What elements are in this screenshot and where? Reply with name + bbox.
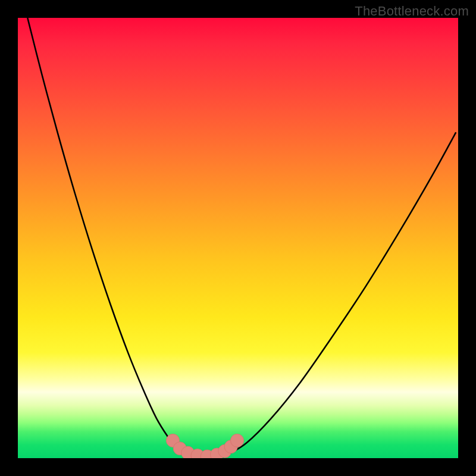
watermark-text: TheBottleneck.com	[355, 4, 469, 19]
valley-marker	[231, 434, 244, 447]
chart-frame: TheBottleneck.com	[0, 0, 476, 476]
plot-area	[18, 18, 458, 458]
valley-markers-group	[166, 434, 243, 458]
chart-svg	[18, 18, 458, 458]
bottleneck-curve	[27, 18, 456, 457]
